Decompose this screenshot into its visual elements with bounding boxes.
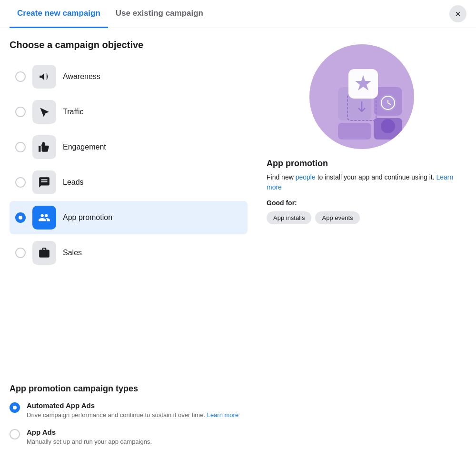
app-promotion-label: App promotion bbox=[63, 213, 112, 222]
app-promotion-illustration bbox=[309, 44, 414, 149]
desc-body-start: Find new bbox=[267, 173, 296, 181]
app-promo-description: App promotion Find new people to install… bbox=[267, 159, 457, 224]
radio-awareness[interactable] bbox=[15, 71, 26, 82]
automated-learn-more[interactable]: Learn more bbox=[207, 411, 238, 419]
engagement-icon-box bbox=[32, 135, 56, 159]
tag-app-events: App events bbox=[315, 211, 359, 224]
app-promotion-icon-box bbox=[32, 206, 56, 230]
leads-icon-box bbox=[32, 170, 56, 194]
tag-app-installs: App installs bbox=[267, 211, 311, 224]
automated-desc: Drive campaign performance and continue … bbox=[27, 411, 238, 419]
desc-title: App promotion bbox=[267, 159, 457, 169]
objective-app-promotion[interactable]: App promotion bbox=[10, 201, 248, 234]
objective-traffic[interactable]: Traffic bbox=[10, 95, 248, 129]
objective-leads[interactable]: Leads bbox=[10, 166, 248, 199]
tab-create-new[interactable]: Create new campaign bbox=[10, 0, 108, 28]
svg-rect-2 bbox=[338, 123, 371, 140]
objective-awareness[interactable]: Awareness bbox=[10, 60, 248, 93]
radio-traffic[interactable] bbox=[15, 107, 26, 117]
campaign-types-title: App promotion campaign types bbox=[10, 384, 466, 394]
close-button[interactable]: × bbox=[449, 5, 466, 22]
radio-app-ads[interactable] bbox=[10, 429, 20, 439]
radio-app-promotion[interactable] bbox=[15, 212, 26, 223]
desc-body: Find new people to install your app and … bbox=[267, 172, 457, 192]
cursor-icon bbox=[38, 106, 50, 118]
people-icon bbox=[38, 211, 50, 224]
desc-people-link[interactable]: people bbox=[296, 173, 316, 181]
good-for-label: Good for: bbox=[267, 199, 457, 207]
megaphone-icon bbox=[38, 70, 50, 83]
traffic-label: Traffic bbox=[63, 108, 84, 116]
radio-sales[interactable] bbox=[15, 248, 26, 258]
radio-leads[interactable] bbox=[15, 177, 26, 188]
awareness-icon-box bbox=[32, 65, 56, 89]
engagement-label: Engagement bbox=[63, 143, 106, 151]
tab-use-existing[interactable]: Use existing campaign bbox=[108, 0, 211, 28]
tag-row: App installs App events bbox=[267, 211, 457, 224]
desc-body-mid: to install your app and continue using i… bbox=[316, 173, 435, 181]
briefcase-icon bbox=[38, 247, 50, 259]
tab-header: Create new campaign Use existing campaig… bbox=[0, 0, 476, 28]
chat-icon bbox=[38, 176, 50, 189]
automated-label: Automated App Ads bbox=[27, 401, 238, 409]
section-title: Choose a campaign objective bbox=[10, 40, 248, 50]
traffic-icon-box bbox=[32, 100, 56, 124]
app-ads-desc: Manually set up and run your app campaig… bbox=[27, 438, 152, 445]
left-panel: Choose a campaign objective Awareness bbox=[10, 40, 248, 368]
awareness-label: Awareness bbox=[63, 72, 100, 81]
leads-label: Leads bbox=[63, 178, 84, 187]
thumbsup-icon bbox=[38, 141, 50, 153]
right-panel: App promotion Find new people to install… bbox=[257, 40, 466, 368]
sales-icon-box bbox=[32, 241, 56, 265]
main-content: Choose a campaign objective Awareness bbox=[0, 28, 476, 379]
radio-automated[interactable] bbox=[10, 402, 20, 413]
svg-point-8 bbox=[381, 119, 395, 133]
automated-text: Automated App Ads Drive campaign perform… bbox=[27, 401, 238, 419]
campaign-type-automated[interactable]: Automated App Ads Drive campaign perform… bbox=[10, 401, 466, 419]
radio-engagement[interactable] bbox=[15, 142, 26, 152]
modal-container: Create new campaign Use existing campaig… bbox=[0, 0, 476, 469]
objective-list: Awareness Traffic bbox=[10, 60, 248, 269]
objective-engagement[interactable]: Engagement bbox=[10, 130, 248, 164]
app-ads-text: App Ads Manually set up and run your app… bbox=[27, 428, 152, 445]
bottom-section: App promotion campaign types Automated A… bbox=[0, 379, 476, 469]
objective-sales[interactable]: Sales bbox=[10, 236, 248, 269]
campaign-type-app-ads[interactable]: App Ads Manually set up and run your app… bbox=[10, 428, 466, 445]
sales-label: Sales bbox=[63, 249, 82, 257]
app-ads-label: App Ads bbox=[27, 428, 152, 436]
illustration-svg bbox=[314, 49, 409, 144]
